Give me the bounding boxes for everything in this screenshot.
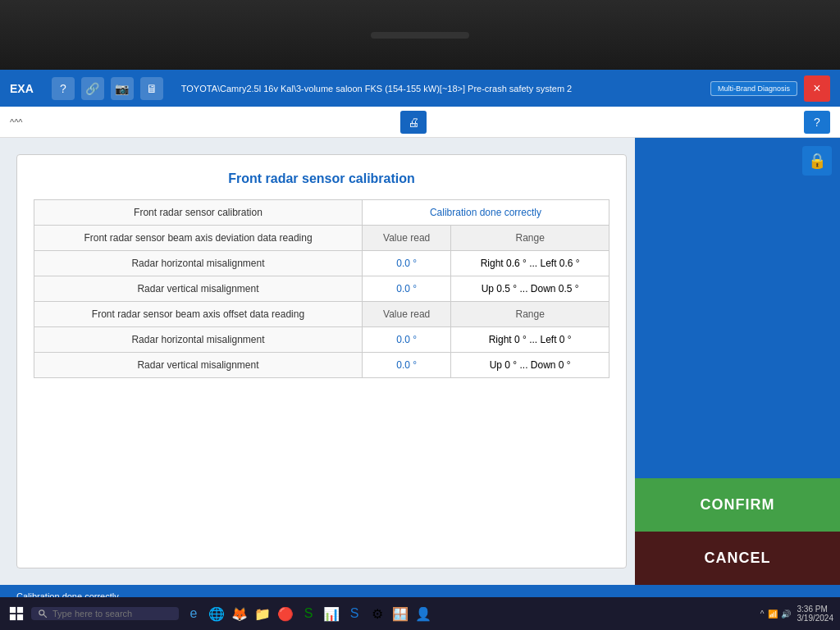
content-area: Front radar sensor calibration Front rad… xyxy=(0,138,840,585)
settings-icon[interactable]: ⚙ xyxy=(368,604,387,623)
firefox-icon[interactable]: 🦊 xyxy=(230,604,249,623)
taskbar-right: ^ 📶 🔊 3:36 PM 3/19/2024 xyxy=(760,605,833,623)
status-cell: Calibration done correctly xyxy=(362,200,609,226)
row-label: Front radar sensor beam axis offset data… xyxy=(34,302,363,327)
calibration-table: Front radar sensor calibration Calibrati… xyxy=(34,199,609,378)
table-row: Radar vertical misalignment 0.0 ° Up 0.5… xyxy=(34,276,609,302)
range-cell: Up 0 ° ... Down 0 ° xyxy=(451,353,609,378)
tray-caret[interactable]: ^ xyxy=(760,609,765,619)
cancel-button[interactable]: CANCEL xyxy=(635,532,840,585)
right-panel: 🔒 CONFIRM CANCEL xyxy=(635,138,840,585)
svg-rect-0 xyxy=(10,607,16,613)
range-cell: Up 0.5 ° ... Down 0.5 ° xyxy=(451,276,609,302)
app-icon-3[interactable]: 📊 xyxy=(322,604,341,623)
range-header-2: Range xyxy=(451,302,609,327)
svg-rect-3 xyxy=(17,614,23,620)
svg-point-4 xyxy=(39,610,44,615)
svg-line-5 xyxy=(43,614,47,618)
row-label: Radar horizontal misalignment xyxy=(34,251,363,276)
app-icon-4[interactable]: S xyxy=(345,604,364,623)
link-icon[interactable]: 🔗 xyxy=(81,77,104,100)
chrome-icon[interactable]: 🌐 xyxy=(207,604,226,623)
table-row: Front radar sensor calibration Calibrati… xyxy=(34,200,609,226)
secondary-toolbar: ^^^ 🖨 ? xyxy=(0,107,840,138)
table-row: Radar horizontal misalignment 0.0 ° Righ… xyxy=(34,251,609,276)
value-cell: 0.0 ° xyxy=(362,276,450,302)
help-circle-icon[interactable]: ? xyxy=(52,77,75,100)
network-icon: 📶 xyxy=(768,609,778,619)
lock-icon: 🔒 xyxy=(802,146,832,176)
taskbar: e 🌐 🦊 📁 🔴 S 📊 S ⚙ 🪟 👤 ^ 📶 🔊 3:36 PM 3/19… xyxy=(0,597,840,630)
help-button[interactable]: ? xyxy=(804,111,830,134)
top-bar-icons: ? 🔗 📷 🖥 xyxy=(52,77,163,100)
secondary-breadcrumb: ^^^ xyxy=(10,117,23,127)
table-row: Front radar sensor beam axis deviation d… xyxy=(34,226,609,251)
row-label: Front radar sensor calibration xyxy=(34,200,363,226)
panel-title: Front radar sensor calibration xyxy=(34,171,609,186)
calibration-panel: Front radar sensor calibration Front rad… xyxy=(16,154,627,568)
clock: 3:36 PM 3/19/2024 xyxy=(797,605,834,623)
multi-brand-label: Multi-Brand Diagnosis xyxy=(718,84,790,93)
app-icon-1[interactable]: 🔴 xyxy=(276,604,295,623)
svg-rect-1 xyxy=(17,607,23,613)
row-label: Front radar sensor beam axis deviation d… xyxy=(34,226,363,251)
question-icon: ? xyxy=(814,116,820,129)
app-icon-2[interactable]: S xyxy=(299,604,318,623)
range-header: Range xyxy=(451,226,609,251)
main-window: EXA ? 🔗 📷 🖥 TOYOTA\Camry2.5l 16v Kal\3-v… xyxy=(0,70,840,630)
print-icon: 🖨 xyxy=(408,116,419,129)
files-icon[interactable]: 📁 xyxy=(253,604,272,623)
row-label: Radar vertical misalignment xyxy=(34,276,363,302)
value-cell: 0.0 ° xyxy=(362,327,450,353)
row-label: Radar horizontal misalignment xyxy=(34,327,363,353)
top-bar: EXA ? 🔗 📷 🖥 TOYOTA\Camry2.5l 16v Kal\3-v… xyxy=(0,70,840,107)
table-row: Front radar sensor beam axis offset data… xyxy=(34,302,609,327)
user-icon[interactable]: 👤 xyxy=(413,604,433,623)
taskbar-app-icons: e 🌐 🦊 📁 🔴 S 📊 S ⚙ 🪟 👤 xyxy=(184,604,433,623)
print-button[interactable]: 🖨 xyxy=(400,111,427,134)
value-cell: 0.0 ° xyxy=(362,251,450,276)
monitor-icon[interactable]: 🖥 xyxy=(140,77,163,100)
value-cell: 0.0 ° xyxy=(362,353,450,378)
breadcrumb: TOYOTA\Camry2.5l 16v Kal\3-volume saloon… xyxy=(171,84,702,94)
camera-icon[interactable]: 📷 xyxy=(111,77,134,100)
table-row: Radar horizontal misalignment 0.0 ° Righ… xyxy=(34,327,609,353)
app-brand: EXA xyxy=(10,82,34,95)
laptop-camera xyxy=(371,32,469,39)
system-tray: ^ 📶 🔊 xyxy=(760,609,791,619)
breadcrumb-text: TOYOTA\Camry2.5l 16v Kal\3-volume saloon… xyxy=(181,84,572,94)
value-read-header: Value read xyxy=(362,226,450,251)
calibration-status-link[interactable]: Calibration done correctly xyxy=(430,207,541,218)
row-label: Radar vertical misalignment xyxy=(34,353,363,378)
range-cell: Right 0 ° ... Left 0 ° xyxy=(451,327,609,353)
store-icon[interactable]: 🪟 xyxy=(390,604,410,623)
close-button[interactable]: × xyxy=(804,75,830,102)
top-bar-right: Multi-Brand Diagnosis × xyxy=(710,75,830,102)
taskbar-search-container[interactable] xyxy=(31,607,179,620)
confirm-button[interactable]: CONFIRM xyxy=(635,478,840,532)
range-cell: Right 0.6 ° ... Left 0.6 ° xyxy=(451,251,609,276)
windows-start-icon[interactable] xyxy=(7,604,26,623)
volume-icon: 🔊 xyxy=(781,609,791,619)
search-input[interactable] xyxy=(52,609,167,619)
multi-brand-badge[interactable]: Multi-Brand Diagnosis xyxy=(710,81,797,96)
laptop-bezel xyxy=(0,0,840,70)
date-display: 3/19/2024 xyxy=(797,614,834,623)
svg-rect-2 xyxy=(10,614,16,620)
edge-icon[interactable]: e xyxy=(184,604,203,623)
value-read-header-2: Value read xyxy=(362,302,450,327)
table-row: Radar vertical misalignment 0.0 ° Up 0 °… xyxy=(34,353,609,378)
right-panel-top: 🔒 xyxy=(635,138,840,478)
time-display: 3:36 PM xyxy=(797,605,834,614)
